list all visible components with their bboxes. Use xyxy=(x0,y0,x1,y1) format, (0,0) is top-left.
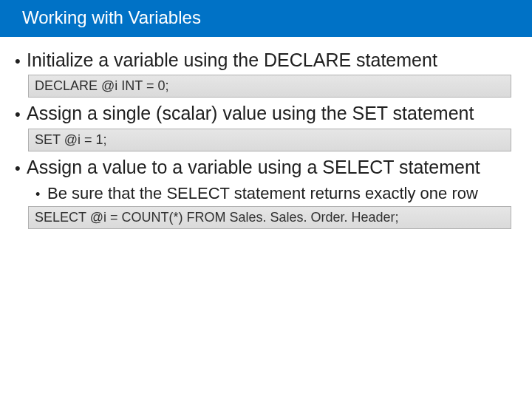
sub-bullet-3a-text: Be sure that the SELECT statement return… xyxy=(47,183,478,204)
code-block-1: DECLARE @i INT = 0; xyxy=(28,75,511,98)
bullet-2-text: Assign a single (scalar) value using the… xyxy=(27,102,474,125)
bullet-1-text: Initialize a variable using the DECLARE … xyxy=(27,49,437,72)
bullet-dot-icon: • xyxy=(15,106,27,123)
bullet-dot-icon: • xyxy=(15,160,27,177)
slide-content: • Initialize a variable using the DECLAR… xyxy=(0,37,532,229)
bullet-2: • Assign a single (scalar) value using t… xyxy=(15,102,517,125)
bullet-3: • Assign a value to a variable using a S… xyxy=(15,156,517,179)
sub-bullet-3a: • Be sure that the SELECT statement retu… xyxy=(35,183,517,204)
slide-title: Working with Variables xyxy=(0,0,532,37)
bullet-1: • Initialize a variable using the DECLAR… xyxy=(15,49,517,72)
code-block-3: SELECT @i = COUNT(*) FROM Sales. Sales. … xyxy=(28,206,511,229)
bullet-3-text: Assign a value to a variable using a SEL… xyxy=(27,156,480,179)
bullet-dot-icon: • xyxy=(35,187,47,202)
bullet-dot-icon: • xyxy=(15,53,27,69)
code-block-2: SET @i = 1; xyxy=(28,129,511,151)
